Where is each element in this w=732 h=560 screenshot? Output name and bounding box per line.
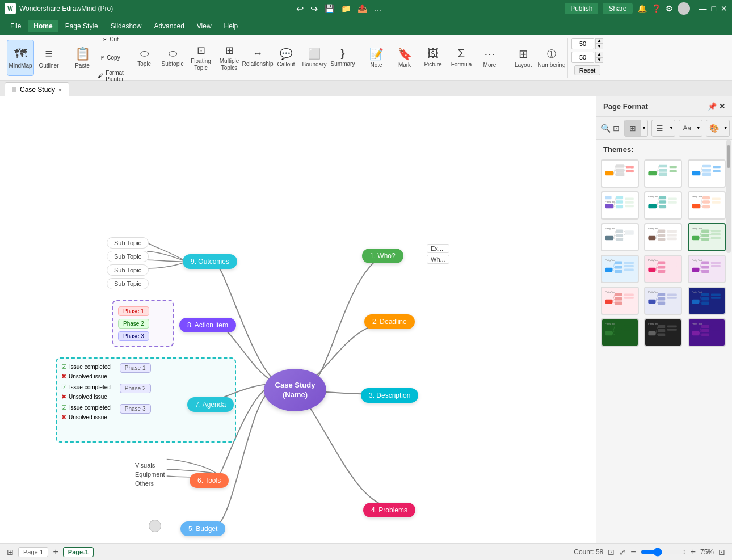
theme-card-3[interactable] [688, 159, 726, 188]
width-up-arrow[interactable]: ▲ [595, 38, 603, 44]
theme-card-12[interactable]: Pretty Text [688, 255, 726, 283]
panel-scroll-thumb[interactable] [727, 145, 730, 168]
width-spinner[interactable] [571, 38, 594, 49]
page1-inactive-tab[interactable]: Page-1 [18, 547, 48, 557]
panel-close-icon[interactable]: ✕ [719, 102, 725, 111]
export-btn[interactable]: 📤 [357, 4, 367, 13]
mark-button[interactable]: 🔖 Mark [391, 40, 418, 76]
save-btn[interactable]: 💾 [325, 4, 334, 13]
theme-card-14[interactable]: Pretty Text [644, 287, 682, 315]
help-icon[interactable]: ❓ [651, 4, 661, 13]
panel-pin-icon[interactable]: 📌 [708, 102, 717, 111]
center-node[interactable]: Case Study(Name) [264, 369, 326, 411]
numbering-button[interactable]: ① Numbering [538, 40, 565, 76]
more-btn[interactable]: … [374, 4, 382, 13]
agenda-phase2-tag[interactable]: Phase 2 [120, 384, 151, 393]
theme-card-11[interactable]: Pretty Text [644, 255, 682, 283]
subtopic-3[interactable]: Sub Topic [107, 264, 149, 276]
relationship-button[interactable]: ↔ Relationship [244, 40, 271, 76]
panel-search-btn[interactable]: 🔍 [601, 120, 611, 136]
agenda-phase1-tag[interactable]: Phase 1 [120, 363, 151, 373]
tool-others[interactable]: Others [135, 480, 165, 487]
font-btn[interactable]: Aa [679, 120, 695, 136]
callout-button[interactable]: 💬 Callout [272, 40, 300, 76]
width-down-arrow[interactable]: ▼ [595, 44, 603, 49]
panel-view-btn[interactable]: ⊡ [613, 120, 620, 136]
publish-button[interactable]: Publish [565, 3, 598, 14]
height-down-arrow[interactable]: ▼ [595, 57, 603, 63]
tool-equipment[interactable]: Equipment [135, 471, 165, 478]
cut-button[interactable]: ✂ Cut [97, 31, 124, 48]
paste-button[interactable]: 📋 Paste [69, 40, 96, 76]
grid-arrow[interactable]: ▼ [641, 125, 647, 130]
menu-file[interactable]: File [5, 20, 27, 32]
zoom-in-btn[interactable]: + [691, 547, 696, 557]
theme-card-16[interactable]: Pretty Text [601, 318, 639, 347]
tool-visuals[interactable]: Visuals [135, 462, 165, 469]
menu-help[interactable]: Help [218, 20, 244, 32]
zoom-slider[interactable] [641, 548, 686, 557]
floating-topic-button[interactable]: ⊡ Floating Topic [187, 40, 214, 76]
layout-button[interactable]: ⊞ Layout [510, 40, 537, 76]
picture-button[interactable]: 🖼 Picture [419, 40, 447, 76]
multiple-topics-button[interactable]: ⊞ Multiple Topics [216, 40, 243, 76]
theme-card-2[interactable] [644, 159, 682, 188]
topic-budget[interactable]: 5. Budget [180, 521, 225, 536]
action-phase3[interactable]: Phase 3 [118, 331, 149, 341]
actual-size-icon[interactable]: ⊡ [718, 548, 725, 557]
formula-button[interactable]: Σ Formula [448, 40, 475, 76]
add-page-btn[interactable]: + [53, 547, 58, 557]
topic-description[interactable]: 3. Description [361, 388, 418, 403]
note-button[interactable]: 📝 Note [363, 40, 390, 76]
mindmap-button[interactable]: 🗺 MindMap [7, 40, 34, 76]
maximize-button[interactable]: □ [712, 4, 716, 13]
fullscreen-icon[interactable]: ⤢ [619, 548, 626, 557]
folder-btn[interactable]: 📁 [341, 4, 351, 13]
height-spinner[interactable] [571, 52, 594, 63]
action-phase2[interactable]: Phase 2 [118, 319, 149, 329]
canvas[interactable]: Case Study(Name) 1. Who? 2. Deadline 3. … [0, 96, 596, 543]
theme-card-18[interactable]: Pretty Text [688, 318, 726, 347]
menu-home[interactable]: Home [28, 20, 58, 32]
topic-problems[interactable]: 4. Problems [363, 503, 415, 517]
copy-button[interactable]: ⎘ Copy [97, 49, 124, 66]
redo-btn[interactable]: ↪ [310, 3, 318, 14]
grid-view-btn[interactable]: ⊞ [625, 120, 641, 136]
list-view-btn[interactable]: ☰ [652, 120, 668, 136]
theme-card-10[interactable]: Pretty Text [601, 255, 639, 283]
theme-card-13[interactable]: Pretty Text [601, 287, 639, 315]
subtopic-button[interactable]: ⬭ Subtopic [159, 40, 186, 76]
tab-close-icon[interactable]: ● [58, 86, 62, 92]
budget-circle[interactable] [149, 520, 161, 532]
theme-card-6[interactable]: Pretty Text [688, 191, 726, 220]
topic-action-item[interactable]: 8. Action item [179, 318, 236, 332]
panel-scrollbar[interactable] [726, 140, 731, 253]
theme-card-7[interactable]: Pretty Text [601, 223, 639, 251]
menu-advanced[interactable]: Advanced [148, 20, 190, 32]
summary-button[interactable]: } Summary [329, 40, 356, 76]
fit-icon[interactable]: ⊡ [608, 548, 615, 557]
color-arrow[interactable]: ▼ [722, 125, 729, 130]
undo-btn[interactable]: ↩ [296, 3, 304, 14]
reset-button[interactable]: Reset [574, 65, 601, 75]
topic-button[interactable]: ⬭ Topic [131, 40, 158, 76]
close-button[interactable]: ✕ [721, 4, 727, 13]
theme-card-17[interactable]: Pretty Text [644, 318, 682, 347]
format-painter-button[interactable]: 🖌 Format Painter [97, 68, 124, 85]
list-arrow[interactable]: ▼ [668, 125, 675, 130]
subtopic-4[interactable]: Sub Topic [107, 278, 149, 289]
theme-card-5[interactable]: Pretty Text [644, 191, 682, 220]
subtopic-2[interactable]: Sub Topic [107, 251, 149, 262]
subtopic-1[interactable]: Sub Topic [107, 237, 149, 249]
theme-card-4[interactable]: Pretty Text [601, 191, 639, 220]
tab-case-study[interactable]: Case Study ● [5, 82, 69, 96]
height-up-arrow[interactable]: ▲ [595, 52, 603, 57]
topic-deadline[interactable]: 2. Deadline [364, 314, 415, 329]
action-phase1[interactable]: Phase 1 [118, 306, 149, 316]
outliner-button[interactable]: ≡ Outliner [35, 40, 62, 76]
theme-card-1[interactable] [601, 159, 639, 188]
notification-icon[interactable]: 🔔 [637, 4, 647, 13]
share-button[interactable]: Share [603, 3, 632, 14]
zoom-out-btn[interactable]: − [630, 547, 636, 557]
menu-view[interactable]: View [191, 20, 217, 32]
